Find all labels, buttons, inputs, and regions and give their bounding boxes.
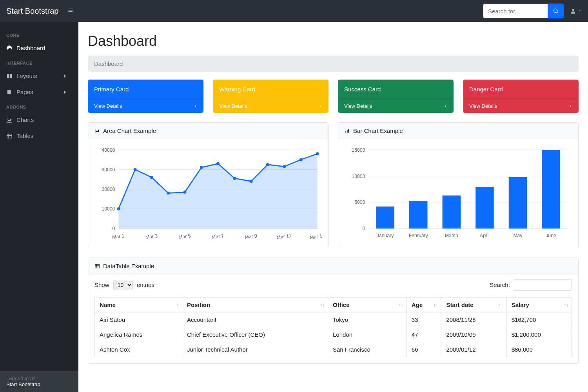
sidebar-item-layouts[interactable]: Layouts	[0, 68, 78, 84]
svg-text:February: February	[409, 233, 428, 238]
svg-point-30	[299, 158, 303, 161]
svg-text:May: May	[513, 233, 523, 238]
svg-rect-40	[347, 130, 348, 132]
svg-text:January: January	[377, 233, 394, 238]
svg-point-25	[216, 162, 220, 165]
col-position[interactable]: Position↑↓	[182, 298, 328, 312]
sidebar: COREDashboardINTERFACELayoutsPagesADDONS…	[0, 22, 78, 379]
svg-rect-3	[7, 74, 9, 78]
data-table: Name↑Position↑↓Office↑↓Age↑↓Start date↑↓…	[94, 297, 572, 357]
entries-select[interactable]: 10	[113, 280, 133, 290]
stat-card-0: Primary CardView Details	[88, 80, 203, 113]
stat-card-3: Danger CardView Details	[463, 80, 579, 113]
search-icon	[553, 8, 559, 14]
svg-text:10000: 10000	[102, 206, 115, 212]
svg-point-31	[316, 152, 319, 155]
svg-text:0: 0	[113, 226, 115, 231]
svg-point-29	[283, 165, 286, 168]
entries-control: Show 10 entries	[94, 280, 154, 290]
user-icon	[570, 8, 576, 14]
svg-text:40000: 40000	[102, 147, 115, 153]
svg-text:30000: 30000	[102, 167, 115, 172]
top-bar: Start Bootstrap	[0, 0, 588, 22]
user-menu[interactable]	[570, 8, 582, 14]
svg-text:Mar 9: Mar 9	[245, 233, 258, 240]
bar-chart-panel: Bar Chart Example 050001000015000January…	[338, 122, 579, 248]
sidebar-item-charts[interactable]: Charts	[0, 112, 78, 128]
stat-card-title: Warning Card	[213, 80, 328, 99]
svg-point-28	[266, 163, 269, 166]
page-title: Dashboard	[88, 33, 579, 49]
stat-card-link[interactable]: View Details	[88, 99, 203, 113]
svg-text:April: April	[480, 233, 490, 238]
bar-chart-icon	[345, 128, 350, 134]
stat-cards-row: Primary CardView DetailsWarning CardView…	[88, 80, 579, 113]
columns-icon	[6, 73, 13, 79]
nav-heading: CORE	[0, 28, 78, 40]
stat-card-link[interactable]: View Details	[463, 99, 579, 113]
bar-chart: 050001000015000JanuaryFebruaryMarchApril…	[345, 145, 572, 241]
area-chart-icon	[94, 128, 100, 134]
svg-rect-54	[509, 177, 527, 229]
sort-icon: ↑↓	[399, 302, 403, 308]
col-age[interactable]: Age↑↓	[407, 298, 441, 312]
svg-text:Mar 5: Mar 5	[178, 233, 191, 240]
svg-text:10000: 10000	[352, 174, 365, 179]
stat-card-link[interactable]: View Details	[338, 99, 454, 113]
col-salary[interactable]: Salary↑↓	[506, 298, 572, 312]
sidebar-toggle-button[interactable]	[68, 7, 73, 15]
svg-point-2	[572, 9, 574, 11]
svg-text:5000: 5000	[354, 200, 365, 205]
nav-heading: INTERFACE	[0, 56, 78, 68]
stat-card-title: Danger Card	[463, 80, 579, 99]
main-content: Dashboard Dashboard Primary CardView Det…	[78, 22, 588, 379]
stat-card-2: Success CardView Details	[338, 80, 454, 113]
area-chart-icon	[6, 117, 13, 123]
svg-rect-39	[345, 131, 346, 133]
stat-card-title: Primary Card	[88, 80, 203, 99]
sidebar-item-dashboard[interactable]: Dashboard	[0, 40, 78, 56]
chevron-right-icon	[444, 104, 447, 109]
area-chart: 010000200003000040000Mar 1Mar 3Mar 5Mar …	[94, 145, 322, 241]
search-button[interactable]	[548, 4, 564, 18]
svg-rect-53	[475, 187, 494, 229]
svg-point-21	[150, 176, 153, 179]
svg-point-26	[233, 177, 236, 180]
datatable-title: DataTable Example	[103, 263, 154, 269]
table-icon	[6, 133, 13, 139]
area-chart-title: Area Chart Example	[103, 127, 156, 134]
svg-rect-41	[348, 129, 349, 132]
svg-text:Mar 11: Mar 11	[276, 233, 292, 240]
col-name[interactable]: Name↑	[95, 298, 182, 312]
stat-card-1: Warning CardView Details	[213, 80, 328, 113]
col-start-date[interactable]: Start date↑↓	[441, 298, 506, 312]
svg-rect-51	[409, 201, 428, 229]
table-row: Ashton CoxJunior Technical AuthorSan Fra…	[95, 342, 572, 357]
chevron-right-icon	[62, 73, 68, 79]
col-office[interactable]: Office↑↓	[328, 298, 407, 312]
chevron-down-icon	[578, 9, 582, 13]
chevron-right-icon	[62, 89, 68, 95]
search-group	[483, 4, 564, 18]
stat-card-link[interactable]: View Details	[213, 99, 328, 113]
brand[interactable]: Start Bootstrap	[6, 7, 58, 16]
sort-icon: ↑↓	[433, 302, 438, 308]
table-search-input[interactable]	[514, 279, 572, 291]
svg-point-23	[183, 191, 187, 194]
svg-rect-50	[376, 207, 394, 229]
sidebar-item-tables[interactable]: Tables	[0, 128, 78, 144]
nav-heading: ADDONS	[0, 100, 78, 112]
svg-rect-62	[95, 264, 100, 268]
chevron-right-icon	[194, 104, 197, 109]
sidebar-item-pages[interactable]: Pages	[0, 84, 78, 100]
svg-text:June: June	[546, 233, 556, 238]
stat-card-title: Success Card	[338, 80, 454, 99]
book-icon	[6, 89, 13, 95]
svg-text:15000: 15000	[352, 147, 365, 153]
datatable-panel: DataTable Example Show 10 entries Search…	[88, 258, 579, 364]
hamburger-icon	[68, 7, 73, 13]
svg-line-1	[557, 12, 558, 13]
search-input[interactable]	[483, 4, 548, 18]
table-search: Search:	[490, 279, 572, 291]
chevron-right-icon	[569, 104, 572, 109]
